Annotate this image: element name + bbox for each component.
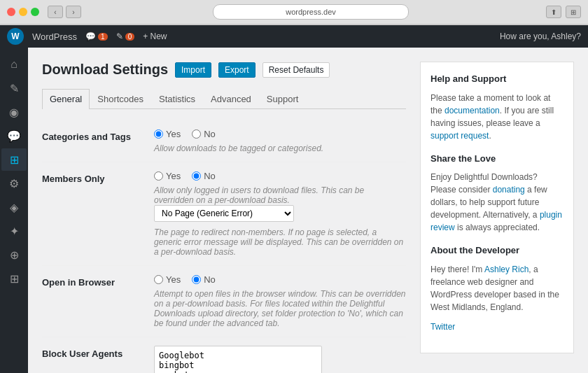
members-radio-group: Yes No xyxy=(154,171,406,181)
sidebar-icon-tools[interactable]: ⊕ xyxy=(1,244,27,266)
export-button[interactable]: Export xyxy=(218,62,255,78)
table-row: Block User Agents Googlebot bingbot msnb… xyxy=(42,337,406,374)
block-agents-field: Googlebot bingbot msnbot yahoo slurp jee… xyxy=(154,337,406,374)
help-sidebar: Help and Support Please take a moment to… xyxy=(420,62,574,366)
settings-table: Categories and Tags Yes No xyxy=(42,120,406,373)
import-button[interactable]: Import xyxy=(175,62,211,78)
help-support-title: Help and Support xyxy=(430,72,564,86)
minimize-button[interactable] xyxy=(19,8,27,16)
drafts-count: 0 xyxy=(125,33,135,41)
page-content: Download Settings Import Export Reset De… xyxy=(28,48,588,373)
members-page-select[interactable]: No Page (Generic Error) xyxy=(154,205,294,222)
wp-layout: ⌂ ✎ ◉ 💬 ⊞ ⚙ ◈ ✦ ⊕ ⊞ Download Settings Im… xyxy=(0,48,588,373)
donating-link[interactable]: donating xyxy=(493,185,525,195)
tab-general[interactable]: General xyxy=(42,89,90,109)
maximize-button[interactable] xyxy=(31,8,39,16)
table-row: Categories and Tags Yes No xyxy=(42,120,406,162)
sidebar-icon-appearance[interactable]: ⚙ xyxy=(1,172,27,195)
browser-no-label[interactable]: No xyxy=(192,274,216,285)
page-header: Download Settings Import Export Reset De… xyxy=(42,62,406,78)
categories-radio-group: Yes No xyxy=(154,129,406,139)
share-love-title: Share the Love xyxy=(430,152,564,166)
sidebar-icon-downloads[interactable]: ⊞ xyxy=(1,148,27,171)
browser-titlebar: ‹ › ⬆ ⊞ xyxy=(0,0,588,24)
help-box: Help and Support Please take a moment to… xyxy=(420,62,574,353)
developer-text: Hey there! I'm Ashley Rich, a freelance … xyxy=(430,263,564,314)
documentation-link[interactable]: documentation xyxy=(444,106,500,115)
content-area: Download Settings Import Export Reset De… xyxy=(42,62,406,366)
nav-buttons: ‹ › xyxy=(48,6,81,18)
developer-link[interactable]: Ashley Rich xyxy=(484,265,528,274)
sidebar-icon-media[interactable]: ◉ xyxy=(1,101,27,123)
members-only-field: Yes No Allow only logged in users to dow… xyxy=(154,162,406,266)
reset-defaults-button[interactable]: Reset Defaults xyxy=(262,62,330,78)
open-browser-label: Open in Browser xyxy=(42,266,154,337)
browser-desc: Attempt to open files in the browser win… xyxy=(154,289,406,328)
wp-logo[interactable]: W xyxy=(7,28,24,45)
greeting-text: How are you, Ashley? xyxy=(500,31,581,41)
new-tab-button[interactable]: ⊞ xyxy=(566,6,581,18)
tab-statistics[interactable]: Statistics xyxy=(151,89,203,108)
back-button[interactable]: ‹ xyxy=(48,6,63,18)
twitter-link[interactable]: Twitter xyxy=(430,322,455,332)
categories-tags-label: Categories and Tags xyxy=(42,120,154,162)
categories-yes-label[interactable]: Yes xyxy=(154,129,181,139)
tab-advanced[interactable]: Advanced xyxy=(203,89,259,108)
browser-yes-label[interactable]: Yes xyxy=(154,274,181,285)
address-bar xyxy=(87,4,535,20)
browser-radio-group: Yes No xyxy=(154,274,406,285)
members-only-label: Members Only xyxy=(42,162,154,266)
sidebar-icon-comments[interactable]: 💬 xyxy=(1,125,27,147)
close-button[interactable] xyxy=(7,8,15,16)
forward-button[interactable]: › xyxy=(66,6,81,18)
browser-actions: ⬆ ⊞ xyxy=(546,6,581,18)
open-browser-field: Yes No Attempt to open files in the brow… xyxy=(154,266,406,337)
tab-shortcodes[interactable]: Shortcodes xyxy=(90,89,151,108)
block-agents-textarea[interactable]: Googlebot bingbot msnbot yahoo slurp jee… xyxy=(154,346,322,373)
share-button[interactable]: ⬆ xyxy=(546,6,561,18)
sidebar-icon-plugins[interactable]: ◈ xyxy=(1,196,27,218)
categories-no-label[interactable]: No xyxy=(192,129,216,139)
developer-title: About the Developer xyxy=(430,244,564,258)
members-yes-radio[interactable] xyxy=(154,171,163,181)
table-row: Members Only Yes No xyxy=(42,162,406,266)
sidebar-icon-home[interactable]: ⌂ xyxy=(1,53,27,76)
share-love-section: Share the Love Enjoy Delightful Download… xyxy=(430,152,564,234)
page-wrap: Download Settings Import Export Reset De… xyxy=(28,48,588,373)
categories-no-radio[interactable] xyxy=(192,129,201,139)
developer-section: About the Developer Hey there! I'm Ashle… xyxy=(430,244,564,333)
comments-item[interactable]: 💬 1 xyxy=(85,31,108,41)
settings-tabs: General Shortcodes Statistics Advanced S… xyxy=(42,89,406,109)
members-no-label[interactable]: No xyxy=(192,171,216,181)
sidebar-icon-users[interactable]: ✦ xyxy=(1,220,27,242)
browser-no-radio[interactable] xyxy=(192,275,201,284)
members-page-select-wrap: No Page (Generic Error) xyxy=(154,205,406,222)
categories-yes-radio[interactable] xyxy=(154,129,163,139)
table-row: Open in Browser Yes No xyxy=(42,266,406,337)
members-page-desc: The page to redirect non-members. If no … xyxy=(154,227,406,257)
help-support-section: Help and Support Please take a moment to… xyxy=(430,72,564,142)
help-support-text: Please take a moment to look at the docu… xyxy=(430,92,564,142)
browser-yes-radio[interactable] xyxy=(154,275,163,284)
members-no-radio[interactable] xyxy=(192,171,201,181)
sidebar-icon-settings[interactable]: ⊞ xyxy=(1,267,27,290)
categories-desc: Allow downloads to be tagged or categori… xyxy=(154,143,406,153)
support-request-link[interactable]: support request xyxy=(430,131,489,141)
page-title: Download Settings xyxy=(42,62,168,78)
site-name[interactable]: WordPress xyxy=(32,31,77,42)
comments-count: 1 xyxy=(98,33,108,41)
new-content-item[interactable]: + New xyxy=(143,31,167,41)
traffic-lights xyxy=(7,8,39,16)
share-love-text: Enjoy Delightful Downloads? Please consi… xyxy=(430,171,564,234)
wp-admin-bar: W WordPress 💬 1 ✎ 0 + New How are you, A… xyxy=(0,25,588,48)
wp-sidebar: ⌂ ✎ ◉ 💬 ⊞ ⚙ ◈ ✦ ⊕ ⊞ xyxy=(0,48,28,373)
block-agents-label: Block User Agents xyxy=(42,337,154,374)
browser-chrome: ‹ › ⬆ ⊞ xyxy=(0,0,588,25)
url-input[interactable] xyxy=(213,4,409,20)
sidebar-icon-posts[interactable]: ✎ xyxy=(1,77,27,99)
categories-tags-field: Yes No Allow downloads to be tagged or c… xyxy=(154,120,406,162)
members-yes-label[interactable]: Yes xyxy=(154,171,181,181)
tab-support[interactable]: Support xyxy=(259,89,307,108)
drafts-item[interactable]: ✎ 0 xyxy=(116,31,135,41)
members-desc: Allow only logged in users to download f… xyxy=(154,185,406,205)
